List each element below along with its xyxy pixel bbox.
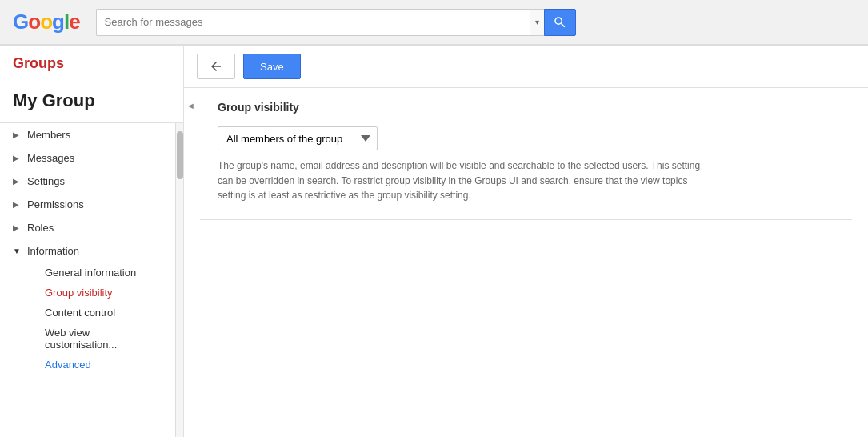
sidebar-item-members[interactable]: ▶ Members <box>0 123 175 146</box>
back-button[interactable] <box>197 54 235 79</box>
subnav-advanced[interactable]: Advanced <box>22 355 175 375</box>
sidebar-item-settings-label: Settings <box>27 175 65 187</box>
subnav-web-view[interactable]: Web view customisation... <box>22 323 175 355</box>
content-area: ◄ Group visibility All members of the g <box>184 88 868 437</box>
toggle-arrow-icon: ◄ <box>186 101 195 110</box>
google-logo: Google <box>13 10 80 34</box>
information-subnav: General information Group visibility Con… <box>0 263 175 375</box>
roles-arrow-icon: ▶ <box>13 223 24 232</box>
group-visibility-dropdown[interactable]: All members of the group All organizatio… <box>218 126 378 150</box>
subnav-group-visibility[interactable]: Group visibility <box>22 283 175 303</box>
section-content: Group visibility All members of the grou… <box>198 88 868 219</box>
members-arrow-icon: ▶ <box>13 130 24 139</box>
back-arrow-icon <box>209 59 223 74</box>
sidebar-item-roles[interactable]: ▶ Roles <box>0 216 175 239</box>
search-icon <box>553 15 567 30</box>
information-arrow-icon: ▼ <box>13 247 24 255</box>
subnav-content-control[interactable]: Content control <box>22 303 175 323</box>
search-button[interactable] <box>544 9 576 36</box>
logo-e: e <box>69 10 79 34</box>
setting-row: All members of the group All organizatio… <box>218 126 849 203</box>
section-divider <box>200 219 852 220</box>
logo-o2: o <box>40 10 52 34</box>
groups-link-area: Groups <box>0 46 183 82</box>
logo-o1: o <box>28 10 40 34</box>
setting-control: All members of the group All organizatio… <box>218 126 762 203</box>
section-container: ◄ Group visibility All members of the g <box>184 88 868 219</box>
search-dropdown-button[interactable]: ▾ <box>530 9 544 36</box>
header: Google ▾ <box>0 0 868 45</box>
section-title: Group visibility <box>218 101 849 114</box>
sidebar-item-members-label: Members <box>27 129 70 141</box>
subnav-general-information[interactable]: General information <box>22 263 175 283</box>
sidebar-item-permissions-label: Permissions <box>27 198 84 210</box>
sidebar: Groups My Group ▶ Members ▶ Messages <box>0 46 184 437</box>
sidebar-scrollbar-thumb[interactable] <box>177 131 183 179</box>
logo-G: G <box>13 10 28 34</box>
settings-arrow-icon: ▶ <box>13 177 24 186</box>
dropdown-container: All members of the group All organizatio… <box>218 126 762 150</box>
groups-link[interactable]: Groups <box>13 55 64 71</box>
sidebar-item-information[interactable]: ▼ Information <box>0 239 175 263</box>
sidebar-nav: ▶ Members ▶ Messages ▶ Settings ▶ Permis… <box>0 123 175 437</box>
sidebar-item-messages[interactable]: ▶ Messages <box>0 146 175 170</box>
toolbar: Save <box>184 46 868 88</box>
sidebar-scrollbar-track <box>175 123 183 437</box>
sidebar-item-messages-label: Messages <box>27 152 74 164</box>
sidebar-item-settings[interactable]: ▶ Settings <box>0 170 175 193</box>
group-title: My Group <box>13 90 170 111</box>
group-title-area: My Group <box>0 82 183 123</box>
search-input[interactable] <box>96 9 530 36</box>
main-layout: Groups My Group ▶ Members ▶ Messages <box>0 45 868 437</box>
save-button[interactable]: Save <box>243 54 301 79</box>
sidebar-item-roles-label: Roles <box>27 222 54 234</box>
permissions-arrow-icon: ▶ <box>13 200 24 209</box>
messages-arrow-icon: ▶ <box>13 154 24 162</box>
sidebar-nav-area: ▶ Members ▶ Messages ▶ Settings ▶ Permis… <box>0 123 183 437</box>
sidebar-item-permissions[interactable]: ▶ Permissions <box>0 193 175 216</box>
sidebar-item-information-label: Information <box>27 245 79 257</box>
search-bar: ▾ <box>96 9 576 36</box>
content-wrapper: Save ◄ Group visibility <box>184 46 868 437</box>
section-toggle-button[interactable]: ◄ <box>184 88 198 219</box>
logo-g: g <box>52 10 64 34</box>
setting-description: The group's name, email address and desc… <box>218 158 714 203</box>
